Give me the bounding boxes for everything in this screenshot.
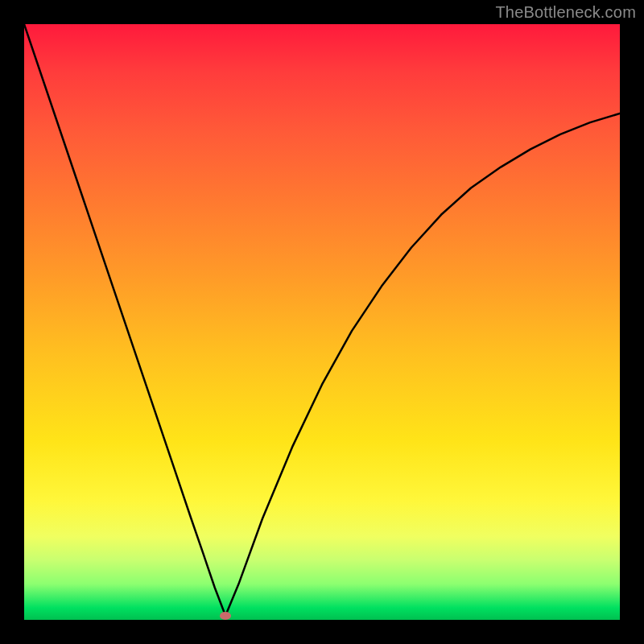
chart-container: TheBottleneck.com [0, 0, 644, 644]
watermark-label: TheBottleneck.com [495, 3, 636, 22]
plot-area [24, 24, 620, 620]
minimum-marker [220, 612, 231, 620]
bottleneck-curve [24, 24, 620, 620]
